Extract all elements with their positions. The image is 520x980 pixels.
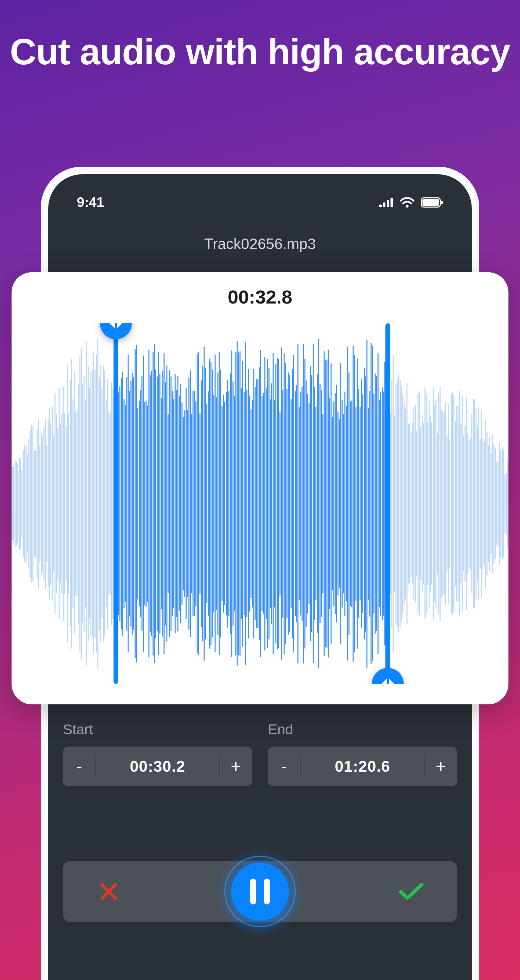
svg-rect-1	[383, 202, 385, 207]
cancel-button[interactable]	[94, 881, 124, 902]
start-decrement-button[interactable]: -	[63, 746, 95, 786]
end-label: End	[268, 721, 457, 738]
end-time-group: End - 01:20.6 +	[268, 721, 457, 786]
status-time: 9:41	[77, 195, 104, 210]
start-time-value[interactable]: 00:30.2	[95, 746, 220, 786]
waveform-icon	[11, 323, 509, 684]
svg-rect-6	[422, 199, 439, 206]
svg-rect-2	[387, 200, 389, 207]
pause-icon	[231, 862, 289, 920]
start-time-box: - 00:30.2 +	[63, 746, 252, 786]
time-controls: Start - 00:30.2 + End - 01:20.6 +	[63, 721, 457, 786]
svg-rect-7	[441, 201, 443, 204]
end-increment-button[interactable]: +	[425, 746, 457, 786]
waveform-panel: 00:32.8	[11, 272, 509, 705]
filename-label: Track02656.mp3	[48, 235, 472, 253]
promo-headline: Cut audio with high accuracy	[0, 0, 520, 73]
trim-start-line[interactable]	[114, 323, 118, 684]
cellular-signal-icon	[379, 198, 393, 207]
battery-icon	[421, 197, 443, 208]
svg-rect-0	[379, 205, 382, 207]
playhead-time: 00:32.8	[11, 286, 509, 308]
end-decrement-button[interactable]: -	[268, 746, 300, 786]
end-time-value[interactable]: 01:20.6	[300, 746, 425, 786]
trim-end-line[interactable]	[385, 323, 390, 684]
svg-rect-3	[390, 198, 393, 207]
play-pause-button[interactable]	[216, 847, 304, 936]
svg-point-4	[406, 205, 409, 208]
close-icon	[98, 881, 120, 902]
confirm-button[interactable]	[396, 882, 426, 901]
check-icon	[398, 882, 425, 901]
drag-horizontal-icon	[108, 323, 124, 330]
waveform-area[interactable]	[11, 323, 509, 684]
end-time-box: - 01:20.6 +	[268, 746, 457, 786]
action-bar	[63, 861, 457, 922]
wifi-icon	[400, 197, 415, 208]
start-increment-button[interactable]: +	[220, 746, 252, 786]
start-label: Start	[63, 721, 252, 738]
start-time-group: Start - 00:30.2 +	[63, 721, 252, 786]
status-bar: 9:41	[48, 195, 472, 210]
drag-horizontal-icon	[379, 677, 396, 684]
